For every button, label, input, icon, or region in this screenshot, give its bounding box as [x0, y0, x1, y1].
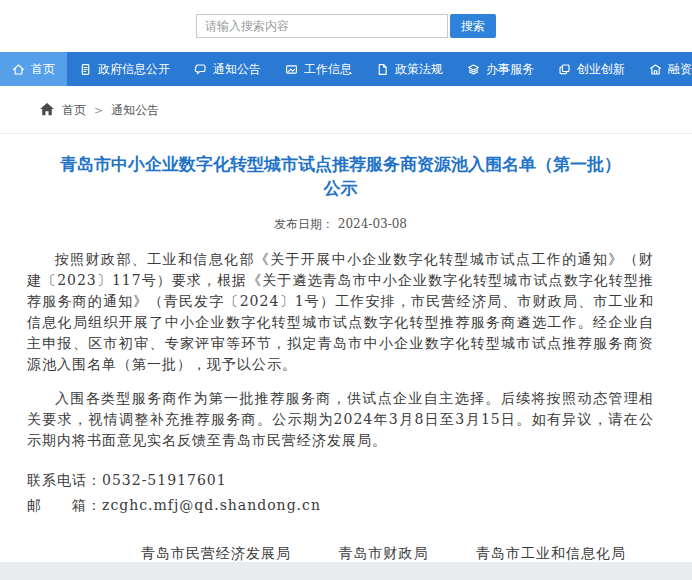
breadcrumb-home-link[interactable]: 首页 — [62, 102, 86, 119]
breadcrumb: 首页 > 通知公告 — [0, 86, 692, 134]
policy-doc-icon — [376, 63, 389, 76]
publish-date-value: 2024-03-08 — [338, 217, 407, 231]
nav-item-innovation[interactable]: 创业创新 — [546, 52, 637, 86]
publish-date: 发布日期： 2024-03-08 — [27, 216, 654, 233]
nav-item-label: 工作信息 — [304, 61, 352, 78]
nav-item-home[interactable]: 首页 — [0, 52, 67, 86]
nav-item-services[interactable]: 办事服务 — [455, 52, 546, 86]
breadcrumb-home-icon — [40, 103, 54, 119]
contact-email-row: 邮 箱：zcghc.mfj@qd.shandong.cn — [27, 493, 654, 517]
search-bar: 搜索 — [196, 14, 496, 38]
nav-item-label: 融资合作 — [668, 61, 692, 78]
signature-row: 青岛市民营经济发展局 青岛市财政局 青岛市工业和信息化局 — [27, 545, 654, 563]
bank-icon — [649, 63, 662, 76]
nav-item-notices[interactable]: 通知公告 — [182, 52, 273, 86]
publish-date-label: 发布日期： — [274, 217, 334, 231]
signature-org: 青岛市工业和信息化局 — [476, 545, 626, 561]
nav-item-work-info[interactable]: 工作信息 — [273, 52, 364, 86]
nav-item-policies[interactable]: 政策法规 — [364, 52, 455, 86]
article: 青岛市中小企业数字化转型城市试点推荐服务商资源池入围名单（第一批）公示 发布日期… — [0, 134, 692, 580]
document-icon — [79, 63, 92, 76]
nav-item-label: 办事服务 — [486, 61, 534, 78]
breadcrumb-separator: > — [94, 104, 103, 117]
nav-item-label: 政策法规 — [395, 61, 443, 78]
contact-block: 联系电话：0532-51917601 邮 箱：zcghc.mfj@qd.shan… — [27, 468, 654, 517]
signature-org: 青岛市财政局 — [339, 545, 429, 561]
article-body: 按照财政部、工业和信息化部《关于开展中小企业数字化转型城市试点工作的通知》（财建… — [27, 249, 654, 451]
paragraph: 按照财政部、工业和信息化部《关于开展中小企业数字化转型城市试点工作的通知》（财建… — [27, 249, 654, 375]
page-title: 青岛市中小企业数字化转型城市试点推荐服务商资源池入围名单（第一批）公示 — [27, 152, 654, 200]
copy-icon — [558, 63, 571, 76]
nav-item-financing[interactable]: 融资合作 — [637, 52, 692, 86]
phone-value: 0532-51917601 — [102, 472, 227, 488]
phone-label: 联系电话： — [27, 472, 102, 488]
nav-item-label: 创业创新 — [577, 61, 625, 78]
nav-item-label: 政府信息公开 — [98, 61, 170, 78]
email-value: zcghc.mfj@qd.shandong.cn — [102, 497, 321, 513]
contact-phone-row: 联系电话：0532-51917601 — [27, 468, 654, 492]
card-icon — [285, 63, 298, 76]
email-label: 邮 箱： — [27, 497, 102, 513]
breadcrumb-current: 通知公告 — [111, 102, 159, 119]
paragraph: 入围各类型服务商作为第一批推荐服务商，供试点企业自主选择。后续将按照动态管理相关… — [27, 388, 654, 451]
layers-icon — [467, 63, 480, 76]
search-button[interactable]: 搜索 — [450, 14, 496, 38]
search-input[interactable] — [196, 14, 448, 38]
home-icon — [12, 63, 25, 76]
footer-strip — [0, 562, 692, 580]
top-header: 搜索 — [0, 0, 692, 52]
nav-item-label: 首页 — [31, 61, 55, 78]
signature-org: 青岛市民营经济发展局 — [141, 545, 291, 561]
comment-icon — [194, 63, 207, 76]
nav-item-gov-info[interactable]: 政府信息公开 — [67, 52, 182, 86]
nav-item-label: 通知公告 — [213, 61, 261, 78]
main-nav: 首页 政府信息公开 通知公告 工作信息 政策法规 办事服务 创业 — [0, 52, 692, 86]
